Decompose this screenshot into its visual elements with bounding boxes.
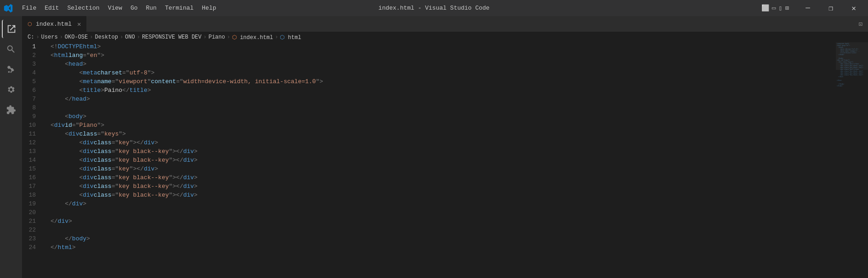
title-bar: File Edit Selection View Go Run Terminal… [0,0,868,16]
title-bar-right: ⬜ ▭ ▯ ⊞ ─ ❐ ✕ [761,0,864,16]
tab-filename: index.html [36,21,72,28]
code-line-18: <div class="key black--key"></div> [51,191,836,199]
code-line-2: <html lang="en"> [51,51,836,60]
line-number-9: 9 [22,112,40,121]
layout-icon-4[interactable]: ⊞ [785,4,789,12]
line-number-23: 23 [22,234,40,243]
layout-icons: ⬜ ▭ ▯ ⊞ [761,4,789,12]
menu-run[interactable]: Run [142,3,160,13]
activity-source-control-icon[interactable] [2,60,20,79]
line-number-16: 16 [22,173,40,182]
line-number-4: 4 [22,68,40,77]
code-line-24: </html> [51,243,836,252]
code-line-16: <div class="key black--key"></div> [51,173,836,182]
line-number-2: 2 [22,51,40,60]
line-number-13: 13 [22,147,40,156]
line-numbers: 1 2 3 4 5 6 7 8 9 10 11 12 13 14 15 16 1… [22,42,45,278]
line-number-18: 18 [22,191,40,199]
tab-file-icon: ⬡ [28,21,32,27]
menu-view[interactable]: View [104,3,126,13]
tab-bar: ⬡ index.html ✕ ⊡ [22,16,868,32]
code-line-21: </div> [51,217,836,226]
breadcrumb-piano[interactable]: Piano [209,34,225,40]
breadcrumb-html-element[interactable]: ⬡ html [280,34,301,41]
minimize-button[interactable]: ─ [797,0,818,16]
activity-extensions-icon[interactable] [2,101,20,119]
layout-icon-3[interactable]: ▯ [778,4,782,12]
line-number-11: 11 [22,130,40,138]
code-line-17: <div class="key black--key"></div> [51,182,836,191]
tab-end-icons: ⊡ [857,16,868,32]
menu-file[interactable]: File [18,3,40,13]
code-line-23: </body> [51,234,836,243]
menu-help[interactable]: Help [198,3,220,13]
line-number-15: 15 [22,165,40,173]
menu-selection[interactable]: Selection [63,3,103,13]
code-line-19: </div> [51,199,836,208]
line-number-19: 19 [22,199,40,208]
code-line-22 [51,226,836,234]
code-line-14: <div class="key black--key"></div> [51,156,836,165]
breadcrumb-desktop[interactable]: Desktop [95,34,118,40]
maximize-button[interactable]: ❐ [820,0,841,16]
minimap-highlight [836,42,868,70]
code-line-13: <div class="key black--key"></div> [51,147,836,156]
activity-run-debug-icon[interactable] [2,80,20,99]
breadcrumb-oko-ose[interactable]: OKO-OSE [65,34,88,40]
code-line-10: <div id="Piano"> [51,121,836,130]
tab-index-html[interactable]: ⬡ index.html ✕ [22,16,87,32]
code-line-8 [51,103,836,112]
breadcrumb-users[interactable]: Users [41,34,58,40]
menu-bar: File Edit Selection View Go Run Terminal… [18,3,220,13]
line-number-3: 3 [22,60,40,68]
activity-search-icon[interactable] [2,40,20,58]
code-container[interactable]: 1 2 3 4 5 6 7 8 9 10 11 12 13 14 15 16 1… [22,42,868,278]
line-number-14: 14 [22,156,40,165]
line-number-6: 6 [22,86,40,95]
code-line-7: </head> [51,95,836,103]
window-controls: ─ ❐ ✕ [797,0,864,16]
line-number-12: 12 [22,138,40,147]
code-line-6: <title>Paino</title> [51,86,836,95]
title-bar-left: File Edit Selection View Go Run Terminal… [4,3,220,13]
tab-close-button[interactable]: ✕ [77,20,81,28]
code-line-5: <meta name="viewport" content="width=dev… [51,77,836,86]
code-line-9: <body> [51,112,836,121]
breadcrumb-index-html[interactable]: ⬡ index.html [232,34,273,41]
line-number-22: 22 [22,226,40,234]
vscode-logo-icon [4,4,13,13]
close-button[interactable]: ✕ [843,0,864,16]
line-number-24: 24 [22,243,40,252]
breadcrumb-responsive[interactable]: RESPONSIVE WEB DEV [142,34,202,40]
minimap[interactable]: <!DOCTYPE html> <html lang="en"> <head> … [836,42,868,278]
code-line-11: <div class="keys"> [51,130,836,138]
code-editor[interactable]: <!DOCTYPE html> <html lang="en"> <head> … [45,42,836,278]
breadcrumb: C: › Users › OKO-OSE › Desktop › ONO › R… [22,32,868,42]
code-line-20 [51,208,836,217]
line-number-17: 17 [22,182,40,191]
editor-area: ⬡ index.html ✕ ⊡ C: › Users › OKO-OSE › … [22,16,868,278]
layout-icon-1[interactable]: ⬜ [761,4,769,12]
activity-explorer-icon[interactable] [2,20,20,38]
code-line-4: <meta charset="utf-8"> [51,68,836,77]
main-layout: ⬡ index.html ✕ ⊡ C: › Users › OKO-OSE › … [0,16,868,278]
code-line-15: <div class="key"></div> [51,165,836,173]
menu-terminal[interactable]: Terminal [161,3,197,13]
menu-go[interactable]: Go [127,3,142,13]
breadcrumb-c[interactable]: C: [28,34,34,40]
activity-bar [0,16,22,278]
window-title: index.html - Visual Studio Code [379,5,490,11]
code-line-1: <!DOCTYPE html> [51,42,836,51]
layout-icon-2[interactable]: ▭ [772,4,776,12]
line-number-21: 21 [22,217,40,226]
line-number-7: 7 [22,95,40,103]
menu-edit[interactable]: Edit [41,3,62,13]
split-editor-icon[interactable]: ⊡ [857,18,864,30]
line-number-10: 10 [22,121,40,130]
line-number-20: 20 [22,208,40,217]
line-number-5: 5 [22,77,40,86]
line-number-1: 1 [22,42,40,51]
breadcrumb-ono[interactable]: ONO [125,34,135,40]
code-line-3: <head> [51,60,836,68]
code-line-12: <div class="key"></div> [51,138,836,147]
